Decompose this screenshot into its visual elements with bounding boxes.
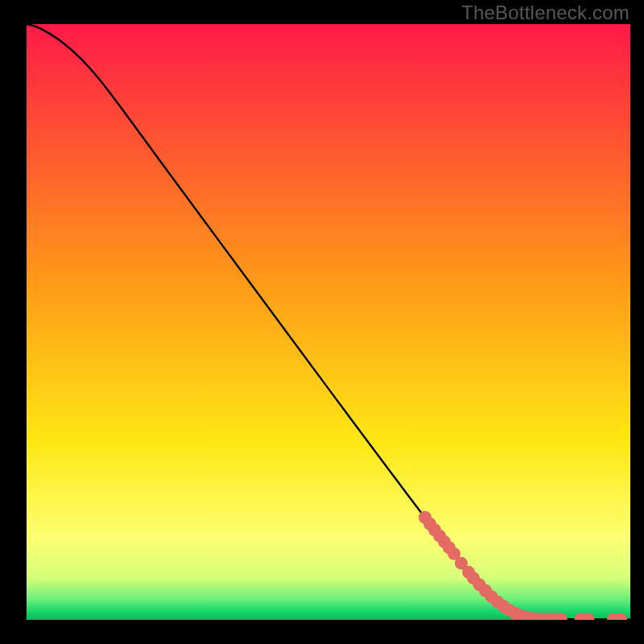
data-marker [582, 613, 595, 625]
data-marker [614, 613, 627, 626]
data-marker [555, 613, 568, 625]
plot-background [27, 24, 630, 620]
chart-frame: { "watermark": "TheBottleneck.com", "cha… [0, 0, 644, 644]
bottleneck-chart [0, 0, 644, 644]
watermark-text: TheBottleneck.com [461, 2, 630, 24]
